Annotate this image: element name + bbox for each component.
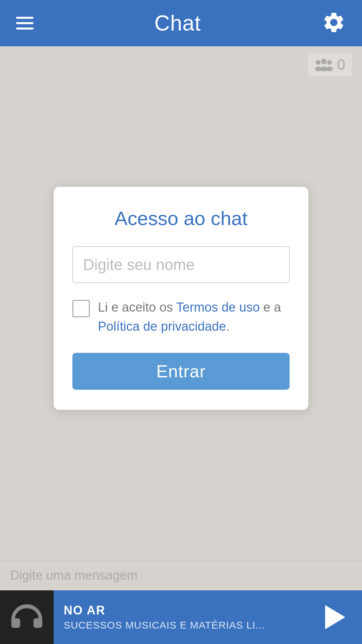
svg-point-0 [316, 60, 320, 65]
message-bar: Digite uma mensagem [0, 560, 362, 590]
terms-of-use-link[interactable]: Termos de uso [176, 300, 260, 314]
play-button[interactable] [318, 600, 352, 634]
page-title: Chat [154, 11, 201, 36]
app-header: Chat [0, 0, 362, 46]
users-count-container: 0 [308, 53, 352, 76]
terms-text: Li e aceito os Termos de uso e a Polític… [98, 298, 290, 336]
terms-row: Li e aceito os Termos de uso e a Polític… [72, 298, 290, 336]
modal-title: Acesso ao chat [72, 207, 290, 229]
users-bar: 0 [0, 46, 362, 83]
player-subtitle: SUCESSOS MUSICAIS E MATÉRIAS LI... [64, 620, 308, 631]
login-modal: Acesso ao chat Li e aceito os Termos de … [54, 187, 308, 410]
player-info: NO AR SUCESSOS MUSICAIS E MATÉRIAS LI... [54, 603, 318, 631]
settings-button[interactable] [322, 10, 346, 36]
name-input[interactable] [72, 246, 290, 283]
player-live-label: NO AR [64, 603, 308, 618]
headphones-icon [8, 599, 45, 636]
svg-point-2 [327, 60, 331, 65]
svg-point-5 [326, 67, 333, 71]
main-content: 0 Acesso ao chat Li e aceito os Termos d… [0, 46, 362, 590]
svg-point-1 [321, 59, 326, 64]
terms-checkbox[interactable] [72, 300, 90, 317]
gear-icon [322, 10, 346, 35]
users-group-icon [314, 57, 333, 72]
player-thumbnail [0, 590, 54, 644]
enter-button[interactable]: Entrar [72, 353, 290, 390]
play-icon [325, 605, 345, 629]
message-input-placeholder: Digite uma mensagem [10, 568, 137, 583]
users-count-value: 0 [337, 56, 345, 73]
menu-button[interactable] [16, 17, 34, 30]
player-bar: NO AR SUCESSOS MUSICAIS E MATÉRIAS LI... [0, 590, 362, 644]
privacy-policy-link[interactable]: Política de privacidade [98, 319, 226, 333]
